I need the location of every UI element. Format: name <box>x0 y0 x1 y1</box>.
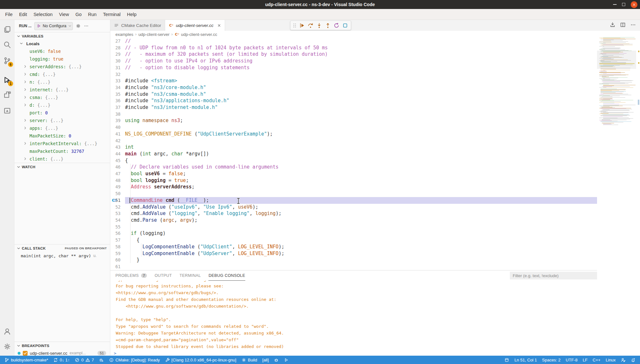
line-number[interactable]: 45 <box>110 157 125 164</box>
continue-icon[interactable] <box>298 21 306 29</box>
variable-row-cmd[interactable]: cmd: {...} <box>14 70 110 78</box>
code-text[interactable]: bool useV6 = false; <box>125 170 640 177</box>
menu-view[interactable]: View <box>56 12 72 17</box>
line-number[interactable]: 28 <box>110 45 125 51</box>
start-debug-icon[interactable] <box>37 24 41 28</box>
code-text[interactable]: } <box>125 257 640 263</box>
chevron-right-icon[interactable] <box>23 118 27 122</box>
minimap-slider[interactable] <box>597 51 636 69</box>
code-text[interactable] <box>125 111 640 118</box>
code-text[interactable]: CommandLine cmd (__FILE__); <box>125 197 640 204</box>
code-text[interactable]: LogComponentEnable ("UdpServer", LOG_LEV… <box>125 250 640 257</box>
line-number[interactable]: 49 <box>110 184 125 190</box>
close-window-icon[interactable] <box>631 1 637 8</box>
variable-row-client[interactable]: client: {...} <box>14 155 110 163</box>
variable-row-d[interactable]: d: {...} <box>14 101 110 109</box>
menu-edit[interactable]: Edit <box>16 12 30 17</box>
activity-cmake-icon[interactable] <box>0 104 14 117</box>
menu-file[interactable]: File <box>2 12 16 17</box>
breadcrumb-file[interactable]: C++udp-client-server.cc <box>174 32 217 37</box>
line-number[interactable]: 37 <box>110 104 125 111</box>
gear-icon[interactable] <box>76 23 81 29</box>
code-text[interactable] <box>125 263 640 270</box>
code-text[interactable]: // - option to use IPv4 or IPv6 addressi… <box>125 58 640 64</box>
line-number[interactable]: 29 <box>110 51 125 58</box>
variable-row-internet[interactable]: internet: {...} <box>14 86 110 94</box>
status-feedback[interactable] <box>618 356 628 364</box>
status-os-indicator[interactable]: Linux <box>603 356 618 364</box>
breakpoint-checkbox[interactable] <box>23 351 28 356</box>
chevron-right-icon[interactable] <box>23 141 27 145</box>
status-cache-indicator[interactable] <box>502 356 512 364</box>
activity-manage-icon[interactable] <box>0 340 14 352</box>
variable-row-n[interactable]: n: {...} <box>14 78 110 86</box>
code-text[interactable]: // Declare variables used in command-lin… <box>125 164 640 170</box>
code-text[interactable]: cmd.AddValue ("useIpv6", "Use Ipv6", use… <box>125 204 640 211</box>
line-number[interactable]: 40 <box>110 124 125 131</box>
install-icon[interactable] <box>610 22 616 28</box>
line-number[interactable]: 31 <box>110 64 125 71</box>
code-text[interactable]: // - option to disable logging statement… <box>125 64 640 71</box>
close-tab-icon[interactable] <box>217 23 221 28</box>
line-number[interactable]: 30 <box>110 58 125 64</box>
status-kit-selection[interactable]: [Clang 12.0.0 x86_64-pc-linux-gnu] <box>163 356 239 364</box>
call-stack-section-header[interactable]: CALL STACK PAUSED ON BREAKPOINT <box>14 244 110 252</box>
restore-icon[interactable] <box>622 3 625 6</box>
restart-icon[interactable] <box>332 21 341 29</box>
tab-udp-client-server-cc[interactable]: C++udp-client-server.cc <box>165 20 225 31</box>
status-cursor-position[interactable]: Ln 51, Col 1 <box>512 356 539 364</box>
console-filter-input[interactable] <box>510 272 611 279</box>
code-text[interactable]: main (int argc, char *argv[]) <box>125 151 640 157</box>
breadcrumb-item[interactable]: examples <box>115 32 133 37</box>
status-git-branch[interactable]: buildsystem-cmake* <box>2 356 51 364</box>
status-launch-target-button[interactable] <box>281 356 291 364</box>
status-cmake-status[interactable]: CMake: [Debug]: Ready <box>106 356 163 364</box>
editor-scrollbar[interactable] <box>638 100 639 105</box>
activity-run-and-debug-icon[interactable]: 1 <box>0 74 14 86</box>
line-number[interactable]: 44 <box>110 151 125 157</box>
chevron-down-icon[interactable] <box>19 41 23 46</box>
stack-frame-row[interactable]: main(int argc, char ** argv) u. <box>14 252 110 260</box>
variable-row-Locals[interactable]: Locals <box>14 40 110 47</box>
line-number[interactable]: 41 <box>110 131 125 137</box>
code-text[interactable]: int <box>125 144 640 151</box>
variable-row-maxPacketCount[interactable]: maxPacketCount: 32767 <box>14 147 110 155</box>
variable-row-apps[interactable]: apps: {...} <box>14 124 110 132</box>
step-over-icon[interactable] <box>306 21 315 29</box>
line-number[interactable]: 47 <box>110 170 125 177</box>
variable-row-useV6[interactable]: useV6: false <box>14 47 110 55</box>
status-language-mode[interactable]: C++ <box>590 356 603 364</box>
code-text[interactable]: { <box>125 237 640 244</box>
status-indentation[interactable]: Spaces: 2 <box>540 356 563 364</box>
status-build-button[interactable]: Build <box>239 356 260 364</box>
code-text[interactable]: NS_LOG_COMPONENT_DEFINE ("UdpClientServe… <box>125 131 640 137</box>
status-notifications[interactable] <box>628 356 638 364</box>
code-text[interactable]: // <box>125 38 640 45</box>
line-number[interactable]: 53 <box>110 210 125 217</box>
menu-run[interactable]: Run <box>85 12 100 17</box>
stop-icon[interactable] <box>341 21 349 29</box>
menu-go[interactable]: Go <box>72 12 85 17</box>
panel-tab-problems[interactable]: PROBLEMS7 <box>115 270 147 281</box>
variable-row-logging[interactable]: logging: true <box>14 55 110 63</box>
variable-row-serverAddress[interactable]: serverAddress: {...} <box>14 63 110 70</box>
code-text[interactable]: #include "ns3/applications-module.h" <box>125 97 640 104</box>
line-number[interactable]: 59 <box>110 250 125 257</box>
chevron-right-icon[interactable] <box>23 126 27 130</box>
line-number[interactable]: 48 <box>110 177 125 184</box>
chevron-right-icon[interactable] <box>23 87 27 92</box>
tab-cmake-cache-editor[interactable]: CMake Cache Editor <box>110 20 165 31</box>
code-text[interactable]: if (logging) <box>125 230 640 237</box>
code-text[interactable]: bool logging = true; <box>125 177 640 184</box>
line-number[interactable]: 27 <box>110 38 125 45</box>
variable-row-port[interactable]: port: 0 <box>14 109 110 117</box>
activity-search-icon[interactable] <box>0 38 14 51</box>
line-number[interactable]: 38 <box>110 111 125 118</box>
code-text[interactable] <box>125 71 640 78</box>
chevron-right-icon[interactable] <box>23 72 27 76</box>
chevron-right-icon[interactable] <box>23 80 27 84</box>
line-number[interactable]: 34 <box>110 84 125 91</box>
code-text[interactable]: #include "ns3/internet-module.h" <box>125 104 640 111</box>
line-number[interactable]: 54 <box>110 217 125 224</box>
more-actions-icon[interactable] <box>630 22 636 28</box>
